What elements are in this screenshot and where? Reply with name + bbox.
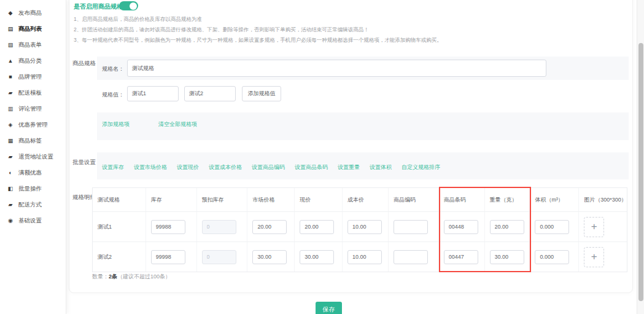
note-3: 3、每一种规格代表不同型号，例如颜色为一种规格，尺寸为一种规格，如果设置多规格，… (74, 37, 442, 44)
spec-value-input-2[interactable] (184, 86, 236, 101)
truck-icon: ▰ (7, 90, 14, 96)
toggle-knob (130, 2, 137, 10)
page: ◆发布商品 ▤商品列表 ▧商品表单 ▲商品分类 ■品牌管理 ▰配送模板 ▥评论管… (0, 0, 644, 314)
sidebar-item-label: 批量操作 (18, 185, 42, 193)
set-volume-link[interactable]: 设置体积 (370, 163, 392, 171)
col-spec: 测试规格 (93, 188, 146, 211)
volume-input[interactable] (535, 250, 569, 264)
sidebar-item-label: 退货地址设置 (18, 153, 53, 161)
table-row: 测试2 + (93, 241, 627, 272)
plus-icon: + (591, 221, 597, 232)
row-spec-name: 测试2 (98, 253, 112, 261)
spec-name-input[interactable] (127, 60, 546, 77)
spec-detail-table: 测试规格 库存 预扣库存 市场价格 现价 成本价 商品编码 商品条码 重量（克）… (92, 187, 627, 272)
market-price-input[interactable] (252, 220, 287, 234)
comment-icon: ▥ (7, 106, 14, 112)
reserved-stock-input (202, 220, 236, 234)
weight-input[interactable] (490, 250, 524, 264)
add-spec-value-button[interactable]: 添加规格值 (242, 86, 281, 101)
set-barcode-link[interactable]: 设置商品条码 (295, 163, 328, 171)
goods-code-input[interactable] (394, 250, 428, 264)
sidebar-item-review-manage[interactable]: ▥评论管理 (0, 101, 66, 117)
count-value: 2条 (109, 273, 117, 280)
weight-input[interactable] (490, 220, 524, 234)
sidebar-item-label: 品牌管理 (18, 73, 42, 81)
col-reserved-stock: 预扣库存 (197, 188, 248, 211)
price-input[interactable] (300, 220, 334, 234)
note-2: 2、拼团活动创建后的商品，请勿对该商品进行修改规格、下架、删除等操作，否则影响下… (74, 26, 369, 34)
stock-input[interactable] (151, 220, 185, 234)
enable-spec-toggle[interactable] (119, 1, 138, 10)
sidebar-item-shipping-template[interactable]: ▰配送模板 (0, 85, 66, 101)
volume-input[interactable] (535, 220, 569, 234)
sidebar-item-label: 配送方式 (18, 201, 42, 209)
set-price-link[interactable]: 设置现价 (177, 163, 199, 171)
spec-value-input-1[interactable] (127, 86, 179, 101)
stock-input[interactable] (151, 250, 185, 264)
set-stock-link[interactable]: 设置库存 (102, 163, 124, 171)
sidebar-item-label: 商品列表 (18, 25, 42, 33)
form-icon: ▧ (7, 42, 14, 48)
set-goods-code-link[interactable]: 设置商品编码 (252, 163, 285, 171)
col-goods-code: 商品编码 (389, 188, 439, 211)
sidebar-item-return-address[interactable]: ▰退货地址设置 (0, 149, 66, 165)
col-stock: 库存 (146, 188, 197, 211)
set-cost-price-link[interactable]: 设置成本价格 (209, 163, 242, 171)
col-volume: 体积（m³） (530, 188, 579, 211)
spec-value-label: 规格值： (102, 91, 124, 99)
batch-icon: ◧ (7, 186, 14, 192)
goods-code-input[interactable] (394, 220, 428, 234)
sidebar: ◆发布商品 ▤商品列表 ▧商品表单 ▲商品分类 ■品牌管理 ▰配送模板 ▥评论管… (0, 0, 66, 314)
sidebar-item-label: 配送模板 (18, 89, 42, 97)
col-price: 现价 (295, 188, 343, 211)
briefcase-icon: ■ (7, 74, 14, 80)
cost-price-input[interactable] (347, 250, 382, 264)
clear-all-spec-link[interactable]: 清空全部规格项 (158, 120, 197, 128)
market-price-input[interactable] (252, 250, 287, 264)
note-1: 1、启用商品规格后，商品的价格及库存以商品规格为准 (74, 16, 202, 23)
sidebar-item-label: 商品表单 (18, 41, 42, 49)
table-header-row: 测试规格 库存 预扣库存 市场价格 现价 成本价 商品编码 商品条码 重量（克）… (93, 188, 627, 211)
add-image-button[interactable]: + (584, 217, 604, 237)
sidebar-item-full-discount[interactable]: ◐满额优惠 (0, 165, 66, 181)
sidebar-item-shipping-method[interactable]: ▰配送方式 (0, 197, 66, 213)
sidebar-item-label: 满额优惠 (18, 169, 42, 177)
custom-spec-sort-link[interactable]: 自定义规格排序 (402, 163, 440, 171)
tag-icon: ◈ (7, 122, 14, 128)
plus-icon: + (591, 251, 597, 262)
cost-price-input[interactable] (347, 220, 382, 234)
sidebar-item-publish-goods[interactable]: ◆发布商品 (0, 5, 66, 21)
col-barcode: 商品条码 (439, 188, 485, 211)
sidebar-item-goods-category[interactable]: ▲商品分类 (0, 53, 66, 69)
sidebar-item-label: 基础设置 (18, 217, 42, 225)
sidebar-item-label: 评论管理 (18, 105, 42, 113)
price-input[interactable] (300, 250, 334, 264)
col-image: 图片（300*300） (579, 188, 627, 211)
table-row: 测试1 + (93, 211, 627, 241)
sidebar-item-brand-manage[interactable]: ■品牌管理 (0, 69, 66, 85)
scrollbar-track[interactable] (637, 0, 644, 314)
sidebar-item-goods-tags[interactable]: ▦商品标签 (0, 133, 66, 149)
row-count-text: 数量：2条（建议不超过100条） (92, 273, 171, 281)
reserved-stock-input (202, 250, 236, 264)
sidebar-item-coupon-manage[interactable]: ◈优惠券管理 (0, 117, 66, 133)
scrollbar-thumb[interactable] (638, 43, 643, 301)
sidebar-item-label: 商品标签 (18, 137, 42, 145)
sidebar-item-goods-form[interactable]: ▧商品表单 (0, 37, 66, 53)
spec-name-label: 规格名： (102, 65, 124, 73)
add-spec-item-link[interactable]: 添加规格项 (102, 120, 130, 128)
set-market-price-link[interactable]: 设置市场价格 (134, 163, 167, 171)
sidebar-item-basic-settings[interactable]: ◉基础设置 (0, 213, 66, 229)
sidebar-item-label: 发布商品 (18, 9, 42, 17)
set-weight-link[interactable]: 设置重量 (338, 163, 360, 171)
row-spec-name: 测试1 (98, 223, 112, 231)
publish-icon: ◆ (7, 10, 14, 16)
barcode-input[interactable] (444, 220, 478, 234)
sidebar-item-batch-ops[interactable]: ◧批量操作 (0, 181, 66, 197)
add-image-button[interactable]: + (584, 247, 604, 267)
sidebar-item-goods-list[interactable]: ▤商品列表 (0, 21, 66, 37)
barcode-input[interactable] (444, 250, 478, 264)
sidebar-item-label: 优惠券管理 (18, 121, 48, 129)
save-button[interactable]: 保存 (316, 302, 342, 314)
batch-links: 设置库存 设置市场价格 设置现价 设置成本价格 设置商品编码 设置商品条码 设置… (102, 163, 440, 171)
